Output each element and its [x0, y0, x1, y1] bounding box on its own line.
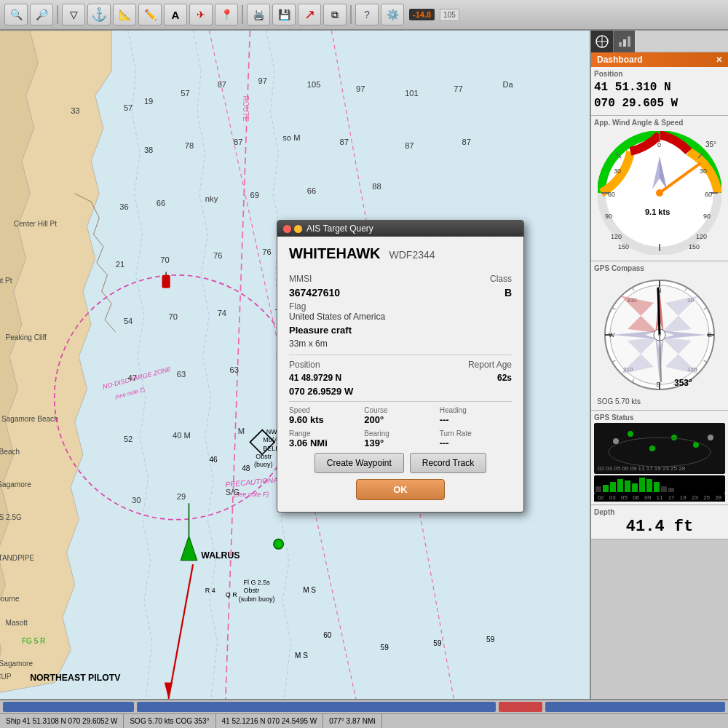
- svg-text:353°: 353°: [674, 378, 692, 388]
- ais-mmsi-label: MMSI: [289, 274, 312, 284]
- svg-text:105: 105: [307, 80, 321, 89]
- marker-button[interactable]: 📍: [215, 4, 238, 25]
- ais-mmsi-row: MMSI Class: [289, 274, 512, 284]
- svg-text:Masott: Masott: [6, 619, 28, 627]
- ais-course-value: 200°: [364, 414, 436, 425]
- svg-rect-77: [162, 275, 170, 288]
- ais-speed-label: Speed: [289, 406, 361, 414]
- svg-text:47: 47: [128, 373, 137, 382]
- wind-section: App. Wind Angle & Speed: [591, 116, 728, 261]
- chart-area[interactable]: PRECAUTIONARY AREA (see note F) NO-DISCH…: [0, 31, 590, 699]
- anchor-button[interactable]: ⚓: [87, 4, 111, 25]
- svg-text:E: E: [708, 331, 712, 339]
- ais-flag-label: Flag: [289, 301, 512, 312]
- signal-bars: [594, 475, 725, 494]
- ais-position-lat: 41 48.9729 N: [289, 373, 341, 383]
- zoom-out-button[interactable]: 🔎: [30, 4, 53, 25]
- panel-icon: [591, 31, 613, 52]
- svg-text:46: 46: [209, 456, 218, 464]
- svg-text:88: 88: [372, 182, 381, 191]
- ais-bearing-value: 139°: [364, 438, 436, 448]
- satellite-display: 02 03 05 06 09 11 17 19 23 25 28: [594, 423, 725, 474]
- save-button[interactable]: 💾: [272, 4, 296, 25]
- svg-text:02 03 05 06 09 11 17 19 23 25 : 02 03 05 06 09 11 17 19 23 25 28: [598, 465, 686, 472]
- svg-text:38: 38: [144, 146, 153, 154]
- dashboard-close-button[interactable]: ✕: [716, 55, 722, 65]
- svg-text:29: 29: [177, 492, 186, 501]
- ais-minimize-button[interactable]: [294, 225, 302, 233]
- svg-text:60: 60: [608, 191, 615, 198]
- svg-text:76: 76: [262, 248, 271, 256]
- filter-button[interactable]: ▽: [62, 4, 85, 25]
- svg-text:77: 77: [454, 84, 462, 93]
- ais-type: Pleasure craft: [289, 325, 512, 336]
- svg-text:ROUTE: ROUTE: [242, 96, 250, 122]
- svg-text:59: 59: [381, 644, 389, 652]
- svg-text:Obstr: Obstr: [256, 453, 272, 460]
- zoom-in-button[interactable]: 🔍: [4, 4, 28, 25]
- svg-text:Sagamore: Sagamore: [0, 480, 31, 488]
- measure-button[interactable]: 📐: [113, 4, 136, 25]
- svg-text:Lookout Pt: Lookout Pt: [0, 277, 12, 285]
- toolbar-separator-2: [242, 5, 243, 24]
- ais-vessel-name: WHITEHAWK: [289, 245, 381, 262]
- svg-point-144: [656, 189, 663, 197]
- ais-bearing-col: Bearing 139°: [364, 430, 436, 448]
- record-track-button[interactable]: Record Track: [410, 453, 486, 473]
- share-button[interactable]: ↗: [298, 4, 321, 25]
- svg-text:(subm buoy): (subm buoy): [239, 596, 275, 603]
- svg-text:57: 57: [181, 89, 189, 98]
- gps-status-section: GPS Status 02 03 05 06 09: [591, 411, 728, 505]
- ais-turn-rate-label: Turn Rate: [440, 430, 512, 438]
- svg-text:S/G: S/G: [226, 488, 240, 496]
- status-bar: Ship 41 51.3108 N 070 29.6052 W SOG 5.70…: [0, 713, 728, 728]
- svg-text:74: 74: [218, 309, 226, 317]
- svg-text:70: 70: [168, 312, 177, 321]
- help-button[interactable]: ?: [355, 4, 379, 25]
- sog-cog-status: SOG 5.70 kts COG 353°: [124, 714, 215, 728]
- svg-text:120: 120: [696, 233, 707, 240]
- svg-text:40 M: 40 M: [173, 431, 191, 440]
- position-lon: 070 29.605 W: [594, 95, 725, 111]
- svg-text:so M: so M: [282, 133, 300, 142]
- text-button[interactable]: A: [164, 4, 187, 25]
- svg-text:60: 60: [705, 191, 712, 198]
- ais-divider-2: [289, 401, 512, 402]
- svg-text:0: 0: [657, 141, 661, 149]
- ais-flag-value: United States of America: [289, 312, 512, 322]
- ais-range-bearing-turn: Range 3.06 NMi Bearing 139° Turn Rate --…: [289, 430, 512, 448]
- svg-text:S 2.5G: S 2.5G: [0, 513, 22, 521]
- svg-text:Q R: Q R: [226, 591, 237, 598]
- position-section: Position 41 51.310 N 070 29.605 W: [591, 67, 728, 116]
- settings-button[interactable]: ⚙️: [381, 4, 404, 25]
- depth-title: Depth: [594, 508, 725, 516]
- svg-text:35°: 35°: [705, 141, 716, 149]
- ais-position-lon: 070 26.9529 W: [289, 386, 512, 397]
- position-lat: 41 51.310 N: [594, 79, 725, 95]
- depth-section: Depth 41.4 ft: [591, 505, 728, 539]
- ais-range-col: Range 3.06 NMi: [289, 430, 361, 448]
- ok-button[interactable]: OK: [356, 479, 445, 500]
- layers-button[interactable]: ⧉: [323, 4, 347, 25]
- app: 🔍 🔎 ▽ ⚓ 📐 ✏️ A ✈ 📍 🖨️ 💾 ↗ ⧉ ? ⚙️ -14.8 1…: [0, 0, 728, 728]
- range-bearing-status: 077° 3.87 NMi: [323, 714, 381, 728]
- toolbar-separator-1: [57, 5, 58, 24]
- svg-text:90: 90: [605, 213, 612, 220]
- ais-range-label: Range: [289, 430, 361, 438]
- ais-dialog: AIS Target Query WHITEHAWK WDF2344 MMSI …: [277, 220, 524, 513]
- ais-titlebar: AIS Target Query: [277, 221, 523, 237]
- svg-line-178: [658, 288, 660, 335]
- toolbar: 🔍 🔎 ▽ ⚓ 📐 ✏️ A ✈ 📍 🖨️ 💾 ↗ ⧉ ? ⚙️ -14.8 1…: [0, 0, 728, 31]
- create-waypoint-button[interactable]: Create Waypoint: [314, 453, 404, 473]
- svg-text:66: 66: [307, 186, 316, 195]
- speed-badge: -14.8: [409, 9, 435, 20]
- svg-text:87: 87: [218, 80, 226, 89]
- nav-button[interactable]: ✈: [189, 4, 213, 25]
- svg-text:120: 120: [611, 233, 622, 240]
- route-button[interactable]: ✏️: [138, 4, 162, 25]
- ais-close-button[interactable]: [283, 225, 291, 233]
- ais-size: 33m x 6m: [289, 339, 512, 349]
- progress-bar-row: [0, 699, 728, 713]
- print-button[interactable]: 🖨️: [247, 4, 270, 25]
- dashboard-header: Dashboard ✕: [591, 52, 728, 67]
